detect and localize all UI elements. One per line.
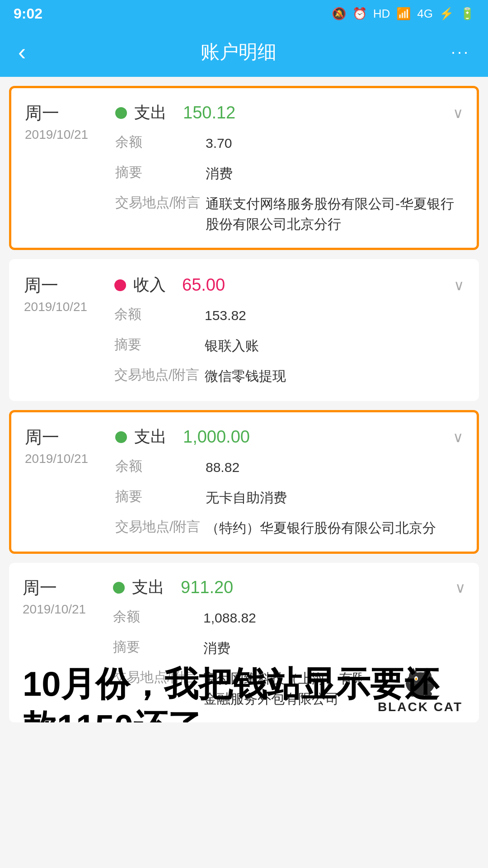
detail-label-2-1: 摘要 bbox=[114, 335, 205, 354]
charge-icon: ⚡ bbox=[439, 7, 454, 21]
mute-icon: 🔕 bbox=[332, 7, 346, 21]
detail-value-1-2: 通联支付网络服务股份有限公司-华夏银行股份有限公司北京分行 bbox=[206, 193, 463, 234]
dot-icon-2 bbox=[114, 279, 126, 291]
detail-label-4-0: 余额 bbox=[113, 608, 203, 626]
tx-type-2: 收入 bbox=[133, 274, 166, 296]
tx-header-2: 收入 65.00 ∨ bbox=[114, 274, 464, 296]
transaction-card-1: 周一 2019/10/21 支出 150.12 ∨ 余额 3.70 bbox=[9, 86, 479, 250]
details-col-1: 支出 150.12 ∨ 余额 3.70 摘要 消费 交易地点/附言 通联支付网络… bbox=[115, 102, 463, 234]
transaction-card-4: 周一 2019/10/21 支出 911.20 ∨ 余额 1,088.82 bbox=[9, 563, 479, 722]
tx-header-left-1: 支出 150.12 bbox=[115, 102, 453, 124]
page-title: 账户明细 bbox=[201, 39, 277, 65]
chevron-down-icon-4[interactable]: ∨ bbox=[455, 579, 465, 596]
tx-header-3: 支出 1,000.00 ∨ bbox=[115, 426, 463, 448]
tx-header-left-3: 支出 1,000.00 bbox=[115, 426, 453, 448]
status-bar: 9:02 🔕 ⏰ HD 📶 4G ⚡ 🔋 bbox=[0, 0, 488, 27]
back-button[interactable]: ‹ bbox=[18, 38, 26, 66]
detail-label-3-2: 交易地点/附言 bbox=[115, 518, 206, 536]
weekday-2: 周一 bbox=[24, 274, 114, 297]
detail-row-2-0: 余额 153.82 bbox=[114, 305, 464, 326]
chevron-down-icon-3[interactable]: ∨ bbox=[453, 429, 463, 446]
detail-label-2-2: 交易地点/附言 bbox=[114, 366, 205, 384]
network-icon: 4G bbox=[417, 7, 433, 21]
transaction-body-1: 周一 2019/10/21 支出 150.12 ∨ 余额 3.70 bbox=[25, 102, 463, 234]
detail-value-2-0: 153.82 bbox=[205, 305, 464, 326]
dot-icon-4 bbox=[113, 582, 125, 594]
dot-icon-1 bbox=[115, 107, 127, 119]
weekday-1: 周一 bbox=[25, 102, 115, 125]
chevron-down-icon-2[interactable]: ∨ bbox=[454, 277, 464, 294]
signal-icon: 📶 bbox=[396, 7, 411, 21]
weekday-3: 周一 bbox=[25, 426, 115, 449]
details-col-3: 支出 1,000.00 ∨ 余额 88.82 摘要 无卡自助消费 交易地点/附言… bbox=[115, 426, 463, 538]
detail-label-1-1: 摘要 bbox=[115, 163, 206, 182]
detail-value-1-0: 3.70 bbox=[206, 133, 463, 153]
detail-row-3-1: 摘要 无卡自助消费 bbox=[115, 487, 463, 508]
weekday-4: 周一 bbox=[23, 576, 113, 599]
header: ‹ 账户明细 ··· bbox=[0, 27, 488, 77]
transaction-body-2: 周一 2019/10/21 收入 65.00 ∨ 余额 153.82 bbox=[24, 274, 464, 386]
chevron-down-icon-1[interactable]: ∨ bbox=[453, 104, 463, 122]
date-4: 2019/10/21 bbox=[23, 602, 113, 617]
content-area: 周一 2019/10/21 支出 150.12 ∨ 余额 3.70 bbox=[0, 86, 488, 722]
status-time: 9:02 bbox=[14, 5, 42, 22]
transaction-card-2: 周一 2019/10/21 收入 65.00 ∨ 余额 153.82 bbox=[9, 259, 479, 401]
tx-type-4: 支出 bbox=[132, 576, 164, 599]
tx-header-1: 支出 150.12 ∨ bbox=[115, 102, 463, 124]
tx-header-left-2: 收入 65.00 bbox=[114, 274, 454, 296]
battery-icon: 🔋 bbox=[460, 7, 474, 21]
date-3: 2019/10/21 bbox=[25, 452, 115, 466]
detail-label-1-2: 交易地点/附言 bbox=[115, 193, 206, 212]
date-2: 2019/10/21 bbox=[24, 300, 114, 314]
detail-value-3-1: 无卡自助消费 bbox=[206, 487, 463, 508]
detail-label-3-0: 余额 bbox=[115, 457, 206, 476]
detail-row-1-0: 余额 3.70 bbox=[115, 133, 463, 153]
tx-type-1: 支出 bbox=[134, 102, 167, 124]
tx-header-left-4: 支出 911.20 bbox=[113, 576, 455, 599]
detail-label-1-0: 余额 bbox=[115, 133, 206, 151]
date-1: 2019/10/21 bbox=[25, 127, 115, 142]
tx-type-3: 支出 bbox=[134, 426, 167, 448]
detail-row-2-2: 交易地点/附言 微信零钱提现 bbox=[114, 366, 464, 386]
tx-amount-1: 150.12 bbox=[183, 103, 453, 123]
dot-icon-3 bbox=[115, 431, 127, 443]
details-col-2: 收入 65.00 ∨ 余额 153.82 摘要 银联入账 交易地点/附言 微信零… bbox=[114, 274, 464, 386]
detail-row-4-0: 余额 1,088.82 bbox=[113, 608, 465, 628]
tx-amount-2: 65.00 bbox=[182, 275, 454, 295]
detail-value-1-1: 消费 bbox=[206, 163, 463, 184]
date-col-1: 周一 2019/10/21 bbox=[25, 102, 115, 234]
transaction-body-3: 周一 2019/10/21 支出 1,000.00 ∨ 余额 88.82 bbox=[25, 426, 463, 538]
transaction-card-3: 周一 2019/10/21 支出 1,000.00 ∨ 余额 88.82 bbox=[9, 410, 479, 554]
hd-icon: HD bbox=[373, 7, 390, 21]
detail-row-1-2: 交易地点/附言 通联支付网络服务股份有限公司-华夏银行股份有限公司北京分行 bbox=[115, 193, 463, 234]
status-icons: 🔕 ⏰ HD 📶 4G ⚡ 🔋 bbox=[332, 7, 474, 21]
alarm-icon: ⏰ bbox=[352, 7, 367, 21]
overlay-annotation: 10月份，我把钱站显示要还款1150还了。 bbox=[23, 662, 465, 722]
detail-row-2-1: 摘要 银联入账 bbox=[114, 335, 464, 356]
detail-value-3-0: 88.82 bbox=[206, 457, 463, 477]
detail-row-3-2: 交易地点/附言 （特约）华夏银行股份有限公司北京分 bbox=[115, 518, 463, 538]
tx-header-4: 支出 911.20 ∨ bbox=[113, 576, 465, 599]
detail-value-2-1: 银联入账 bbox=[205, 335, 464, 356]
detail-label-2-0: 余额 bbox=[114, 305, 205, 324]
detail-value-2-2: 微信零钱提现 bbox=[205, 366, 464, 386]
more-button[interactable]: ··· bbox=[451, 42, 470, 61]
detail-label-3-1: 摘要 bbox=[115, 487, 206, 506]
date-col-3: 周一 2019/10/21 bbox=[25, 426, 115, 538]
date-col-2: 周一 2019/10/21 bbox=[24, 274, 114, 386]
detail-row-1-1: 摘要 消费 bbox=[115, 163, 463, 184]
tx-amount-4: 911.20 bbox=[181, 578, 455, 597]
detail-value-3-2: （特约）华夏银行股份有限公司北京分 bbox=[206, 518, 463, 538]
detail-value-4-0: 1,088.82 bbox=[203, 608, 465, 628]
detail-row-3-0: 余额 88.82 bbox=[115, 457, 463, 477]
tx-amount-3: 1,000.00 bbox=[183, 427, 453, 447]
